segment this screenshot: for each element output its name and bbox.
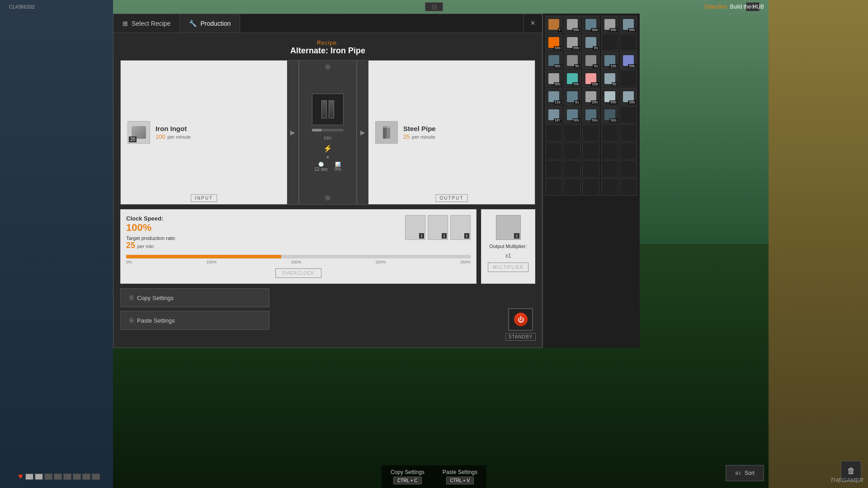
inv-slot-2-2[interactable]: 10 bbox=[582, 52, 599, 69]
copy-settings-label: Copy Settings bbox=[137, 295, 174, 301]
clock-icon: 🕐 bbox=[318, 162, 324, 167]
steel-pipe-rate-unit: per minute bbox=[412, 134, 435, 140]
multiplier-button[interactable]: MULTIPLIER bbox=[488, 263, 528, 272]
copy-settings-button[interactable]: ⎘ Copy Settings bbox=[120, 288, 269, 307]
inv-slot-count-4-2: 200 bbox=[591, 100, 599, 104]
inv-slot-count-3-2: 108 bbox=[591, 82, 599, 86]
pipe-1 bbox=[321, 100, 327, 118]
inv-slot-5-3[interactable]: 500 bbox=[601, 106, 618, 123]
inv-slot-empty-33 bbox=[601, 124, 618, 141]
inv-slot-5-4[interactable] bbox=[620, 106, 637, 123]
inv-slot-2-3[interactable]: 100 bbox=[601, 52, 618, 69]
multiplier-slot[interactable]: 1 bbox=[496, 215, 521, 240]
multiplier-value: x1 bbox=[505, 253, 511, 259]
connector-bottom bbox=[325, 195, 330, 201]
inv-slot-5-1[interactable]: 500 bbox=[564, 106, 581, 123]
inv-slot-empty-43 bbox=[601, 160, 618, 178]
inv-slot-5-0[interactable]: 167 bbox=[545, 106, 562, 123]
health-icon: ♥ bbox=[18, 472, 23, 481]
tab-production[interactable]: 🔧 Production bbox=[180, 14, 240, 33]
clock-rate-unit: per min bbox=[137, 244, 154, 249]
inventory-grid: 7200306200500100200205005010100200200100… bbox=[543, 14, 640, 198]
inv-slot-count-4-0: 118 bbox=[554, 100, 561, 104]
inv-slot-4-1[interactable]: 81 bbox=[564, 88, 581, 105]
inv-slot-4-2[interactable]: 200 bbox=[582, 88, 599, 105]
version-label: CL#366202 bbox=[9, 4, 35, 9]
inv-slot-0-2[interactable]: 306 bbox=[582, 16, 599, 33]
health-seg-6 bbox=[73, 474, 81, 480]
shard-slot-2[interactable]: 1 bbox=[428, 215, 448, 240]
inv-slot-empty-30 bbox=[545, 124, 562, 141]
standby-button[interactable]: ⏻ STANDBY bbox=[506, 308, 535, 341]
inv-slot-empty-31 bbox=[564, 124, 581, 141]
hud-bottom: ♥ Copy Settings CTRL + C Paste Settings … bbox=[0, 465, 868, 488]
tab-select-recipe[interactable]: ⊞ Select Recipe bbox=[113, 14, 180, 33]
inv-slot-empty-40 bbox=[545, 160, 562, 178]
inv-slot-2-1[interactable]: 50 bbox=[564, 52, 581, 69]
machine-time: 12 sec bbox=[315, 167, 328, 172]
inv-slot-4-4[interactable]: 200 bbox=[620, 88, 637, 105]
inv-slot-1-0[interactable]: 100 bbox=[545, 34, 562, 51]
overclock-button[interactable]: OVERCLOCK bbox=[275, 268, 321, 278]
inv-slot-empty-49 bbox=[620, 178, 637, 196]
inv-slot-1-3[interactable] bbox=[601, 34, 618, 51]
inv-slot-4-3[interactable]: 200 bbox=[601, 88, 618, 105]
shard-slot-3[interactable]: 1 bbox=[450, 215, 471, 240]
inv-slot-3-1[interactable]: 100 bbox=[564, 70, 581, 87]
iron-ingot-info: Iron Ingot 100 per minute bbox=[156, 125, 191, 141]
inv-slot-count-1-1: 200 bbox=[572, 46, 580, 50]
health-seg-7 bbox=[82, 474, 90, 480]
inv-slot-5-2[interactable]: 500 bbox=[582, 106, 599, 123]
inv-slot-2-4[interactable]: 200 bbox=[620, 52, 637, 69]
health-seg-8 bbox=[92, 474, 100, 480]
paste-settings-button[interactable]: ⎘ Paste Settings bbox=[120, 311, 269, 330]
inv-slot-3-0[interactable]: 200 bbox=[545, 70, 562, 87]
shard-slot-1[interactable]: 1 bbox=[405, 215, 425, 240]
inv-slot-1-1[interactable]: 200 bbox=[564, 34, 581, 51]
inv-slot-empty-36 bbox=[564, 142, 581, 160]
paste-icon: ⎘ bbox=[130, 317, 133, 324]
inv-slot-0-4[interactable]: 500 bbox=[620, 16, 637, 33]
machine-efficiency: 0% bbox=[335, 167, 341, 172]
progress-bar-container[interactable]: 0% 100% 150% 200% 250% bbox=[126, 255, 471, 264]
inv-slot-0-0[interactable]: 7 bbox=[545, 16, 562, 33]
arrow-left-button[interactable]: ▶ bbox=[287, 61, 298, 204]
health-seg-1 bbox=[25, 474, 33, 480]
arrow-right-button[interactable]: ▶ bbox=[357, 61, 368, 204]
svg-point-3 bbox=[387, 126, 390, 128]
inv-slot-2-0[interactable]: 500 bbox=[545, 52, 562, 69]
tab-recipe-label: Select Recipe bbox=[132, 20, 170, 27]
health-seg-2 bbox=[35, 474, 43, 480]
watermark: THEGAMER bbox=[830, 477, 863, 483]
shard-slot-3-num: 1 bbox=[464, 233, 469, 239]
inv-slot-count-2-4: 200 bbox=[628, 64, 636, 68]
inv-slot-count-5-3: 500 bbox=[609, 118, 617, 122]
machine-pipes bbox=[321, 100, 334, 118]
inv-slot-1-4[interactable] bbox=[620, 34, 637, 51]
shard-slots: 1 1 1 bbox=[405, 215, 471, 240]
connector-top bbox=[325, 64, 330, 70]
inv-slot-4-0[interactable]: 118 bbox=[545, 88, 562, 105]
svg-point-2 bbox=[383, 126, 387, 128]
svg-rect-0 bbox=[383, 126, 387, 139]
hud-center-icon: ⬛ bbox=[425, 2, 443, 11]
inv-slot-0-1[interactable]: 200 bbox=[564, 16, 581, 33]
machine-panel: Idle ⚡ 🕐 12 sec 📊 0% bbox=[298, 61, 357, 204]
close-button[interactable]: × bbox=[523, 14, 542, 33]
iron-ingot-rate-unit: per minute bbox=[167, 134, 191, 140]
inv-slot-empty-37 bbox=[582, 142, 599, 160]
recipe-name: Alternate: Iron Pipe bbox=[120, 46, 535, 56]
progress-100: 100% bbox=[206, 260, 217, 264]
inv-slot-3-2[interactable]: 108 bbox=[582, 70, 599, 87]
inv-slot-0-3[interactable]: 200 bbox=[601, 16, 618, 33]
inv-slot-count-3-1: 100 bbox=[572, 82, 580, 86]
inv-slot-3-3[interactable]: 60 bbox=[601, 70, 618, 87]
health-seg-4 bbox=[54, 474, 62, 480]
inv-slot-empty-38 bbox=[601, 142, 618, 160]
progress-min: 0% bbox=[126, 260, 132, 264]
machine-time-row: 🕐 12 sec 📊 0% bbox=[315, 162, 341, 172]
inv-slot-1-2[interactable]: 20 bbox=[582, 34, 599, 51]
inv-slot-count-4-4: 200 bbox=[628, 100, 636, 104]
output-panel: Steel Pipe 25 per minute OUTPUT bbox=[368, 61, 535, 204]
inv-slot-3-4[interactable] bbox=[620, 70, 637, 87]
